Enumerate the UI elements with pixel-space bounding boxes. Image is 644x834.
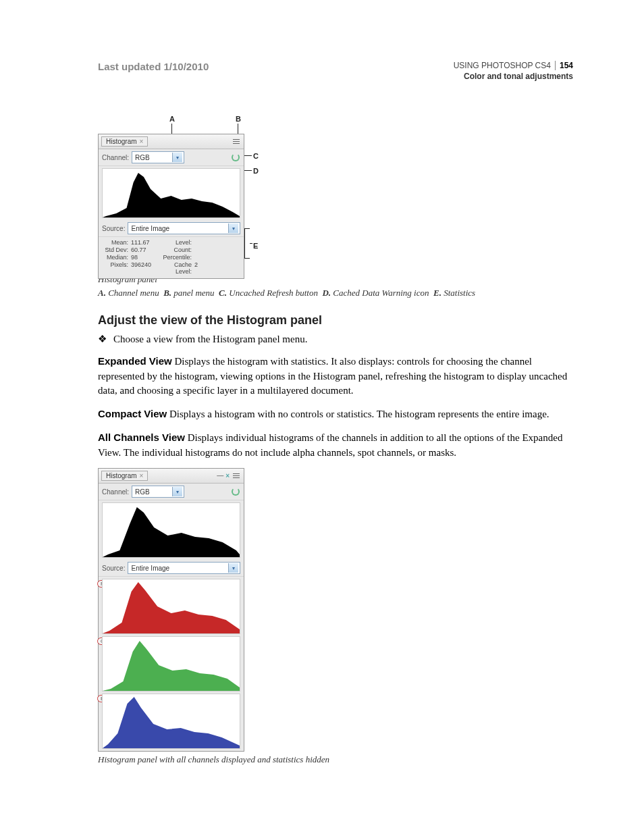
stat-value: 396240 (131, 261, 158, 275)
paragraph-allchannels: All Channels View Displays individual hi… (98, 430, 573, 461)
callout-B: B (236, 115, 241, 123)
source-value: Entire Image (131, 565, 169, 572)
paragraph-compact: Compact View Displays a histogram with n… (98, 407, 573, 422)
histogram-rgb (103, 503, 240, 557)
doc-title: USING PHOTOSHOP CS4 (454, 61, 551, 70)
chevron-down-icon: ▾ (228, 563, 238, 573)
histogram-red (103, 579, 240, 633)
chapter-title: Color and tonal adjustments (454, 72, 573, 81)
close-icon[interactable]: × (140, 138, 144, 145)
refresh-icon[interactable] (231, 153, 240, 162)
instruction-bullet: ❖Choose a view from the Histogram panel … (98, 332, 573, 347)
histogram-green (103, 637, 240, 691)
channel-value: RGB (135, 488, 150, 496)
figure-allchannels-panel: Histogram × — × Channel: RGB ▾ Source (98, 468, 244, 752)
stat-label: Percentile: (158, 254, 194, 261)
last-updated: Last updated 1/10/2010 (98, 61, 209, 72)
source-select[interactable]: Entire Image ▾ (128, 562, 240, 574)
figure1-caption-legend: A. Channel menu B. panel menu C. Uncache… (98, 288, 573, 298)
stat-label: Pixels: (103, 261, 131, 275)
panel-menu-icon[interactable] (232, 138, 241, 145)
figure-histogram-panel: A B C D E Histogram × Channel: RGB (98, 115, 260, 270)
histogram-blue (103, 694, 240, 748)
stat-label: Std Dev: (103, 246, 131, 253)
callout-A: A (169, 115, 175, 123)
statistics-block: Mean:111.67Level: Std Dev:60.77Count: Me… (99, 237, 244, 278)
callout-E: E (253, 242, 258, 250)
close-window-icon[interactable]: × (225, 472, 230, 479)
panel-tab-label: Histogram (106, 472, 137, 479)
stat-value: 60.77 (131, 246, 158, 253)
panel-tab-label: Histogram (106, 138, 137, 145)
figure2-caption: Histogram panel with all channels displa… (98, 754, 573, 765)
stat-label: Level: (158, 239, 194, 246)
chevron-down-icon: ▾ (228, 224, 238, 233)
callout-C: C (253, 152, 259, 160)
page-header: Last updated 1/10/2010 USING PHOTOSHOP C… (98, 61, 573, 81)
panel-tab[interactable]: Histogram × (101, 471, 148, 481)
minimize-icon[interactable]: — (217, 472, 223, 479)
stat-label: Count: (158, 246, 194, 253)
histogram-chart (103, 169, 240, 217)
channel-label: Channel: (102, 154, 129, 161)
stat-value: 2 (194, 261, 208, 275)
panel-tab[interactable]: Histogram × (101, 136, 148, 147)
page-number: 154 (555, 61, 573, 70)
chevron-down-icon: ▾ (172, 487, 182, 496)
channel-select[interactable]: RGB ▾ (132, 486, 184, 498)
callout-D: D (253, 167, 259, 175)
refresh-icon[interactable] (231, 487, 240, 496)
channel-value: RGB (135, 154, 150, 161)
stat-label: Mean: (103, 239, 131, 246)
channel-label: Channel: (102, 488, 129, 496)
stat-value: 98 (131, 254, 158, 261)
chevron-down-icon: ▾ (172, 153, 182, 162)
close-icon[interactable]: × (140, 472, 144, 479)
source-select[interactable]: Entire Image ▾ (128, 222, 240, 234)
panel-menu-icon[interactable] (232, 472, 241, 479)
stat-label: Median: (103, 254, 131, 261)
stat-value: 111.67 (131, 239, 158, 246)
section-heading: Adjust the view of the Histogram panel (98, 313, 573, 328)
source-value: Entire Image (131, 225, 169, 232)
channel-select[interactable]: RGB ▾ (132, 151, 184, 163)
paragraph-expanded: Expanded View Displays the histogram wit… (98, 354, 573, 398)
stat-label: Cache Level: (158, 261, 194, 275)
source-label: Source: (102, 565, 125, 572)
source-label: Source: (102, 225, 125, 232)
